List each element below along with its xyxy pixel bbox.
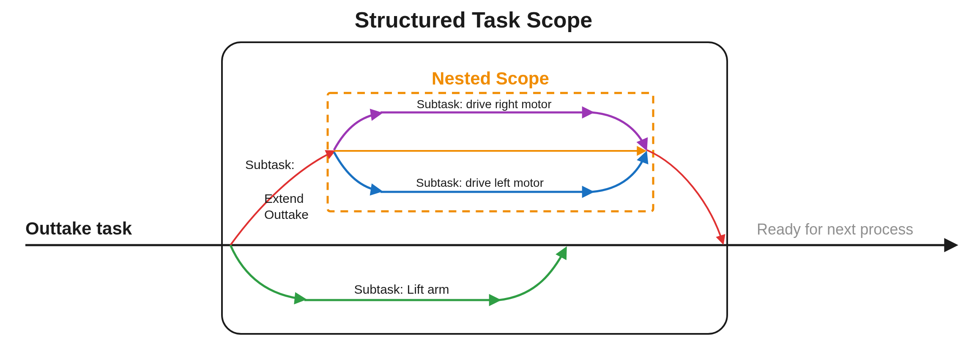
- subtask-right-motor-label: Subtask: drive right motor: [416, 98, 551, 111]
- title-text: Structured Task Scope: [355, 8, 593, 32]
- subtask-extend-label-2: Extend: [264, 191, 304, 205]
- nested-scope-box: [328, 93, 653, 211]
- timeline-end-label: Ready for next process: [757, 221, 913, 238]
- green-fork-down: [230, 245, 304, 299]
- red-path-rejoin: [647, 150, 723, 243]
- blue-rejoin: [592, 153, 646, 192]
- diagram-canvas: Structured Task Scope Nested Scope Outta…: [0, 0, 980, 355]
- nested-scope-title: Nested Scope: [432, 68, 549, 88]
- blue-fork-down: [334, 152, 381, 191]
- timeline-start-label: Outtake task: [25, 218, 132, 238]
- purple-rejoin: [592, 112, 646, 149]
- subtask-extend-label-1: Subtask:: [245, 158, 295, 172]
- green-rejoin: [499, 248, 566, 300]
- subtask-extend-label-3: Outtake: [264, 208, 309, 221]
- purple-fork-up: [334, 113, 381, 150]
- subtask-left-motor-label: Subtask: drive left motor: [416, 176, 544, 189]
- subtask-lift-arm-label: Subtask: Lift arm: [354, 282, 449, 296]
